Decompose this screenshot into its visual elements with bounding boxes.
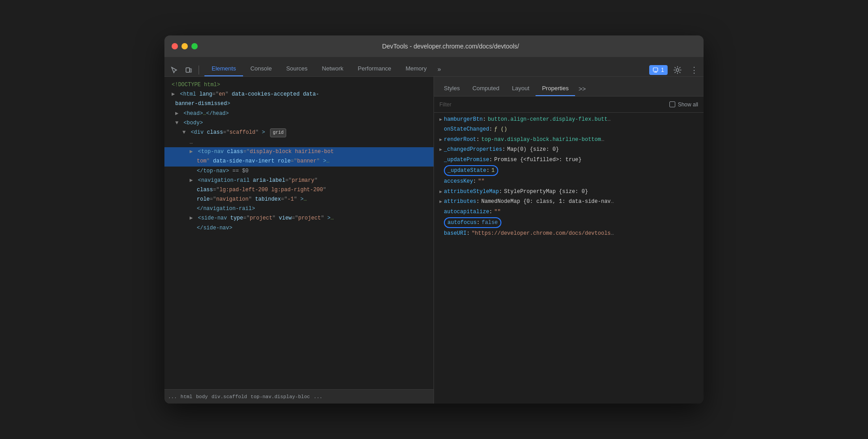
prop-autocapitalize[interactable]: ▶ autocapitalize : "" xyxy=(434,207,704,217)
tab-layout[interactable]: Layout xyxy=(505,81,536,96)
autofocus-highlight: autofocus : false xyxy=(444,217,501,228)
prop-value: 1 xyxy=(492,166,495,175)
main-area: <!DOCTYPE html> ▶ <html lang="en" data-c… xyxy=(164,77,704,404)
tab-performance[interactable]: Performance xyxy=(350,61,398,76)
prop-name: autocapitalize xyxy=(444,207,489,216)
show-all-area: Show all xyxy=(669,101,698,108)
head-collapsed[interactable]: ▶ <head>…</head> xyxy=(164,109,434,119)
prop-attr-style-map[interactable]: ▶ attributeStyleMap : StylePropertyMap {… xyxy=(434,187,704,197)
expand-icon[interactable]: ▶ xyxy=(439,188,442,196)
update-state-highlight: _updateState : 1 xyxy=(444,165,498,176)
prop-value: "" xyxy=(494,207,500,216)
tab-bar: Elements Console Sources Network Perform… xyxy=(164,57,704,77)
breadcrumb-more[interactable]: ... xyxy=(312,394,324,399)
prop-name: attributeStyleMap xyxy=(444,187,499,196)
prop-value: ƒ () xyxy=(494,125,507,134)
svg-point-3 xyxy=(676,69,679,71)
nav-rail-line3: role="navigation" tabindex="-1" >… xyxy=(164,195,434,204)
prop-name: hamburgerBtn xyxy=(444,115,483,124)
prop-name: accessKey xyxy=(444,177,473,186)
nav-rail-line1[interactable]: ▶ <navigation-rail aria-label="primary" xyxy=(164,176,434,185)
prop-value: NamedNodeMap {0: class, 1: data-side-nav… xyxy=(481,197,614,206)
tab-separator xyxy=(199,66,199,75)
elements-panel: <!DOCTYPE html> ▶ <html lang="en" data-c… xyxy=(164,77,434,404)
prop-value: button.align-center.display-flex.butt… xyxy=(488,115,611,124)
prop-render-root[interactable]: ▶ renderRoot : top-nav.display-block.hai… xyxy=(434,135,704,145)
more-options-icon[interactable]: ⋮ xyxy=(687,64,700,76)
tab-console[interactable]: Console xyxy=(243,61,279,76)
title-bar: DevTools - developer.chrome.com/docs/dev… xyxy=(164,35,704,57)
breadcrumb-html[interactable]: html xyxy=(179,394,194,399)
prop-name: _changedProperties xyxy=(444,145,502,154)
properties-content[interactable]: ▶ hamburgerBtn : button.align-center.dis… xyxy=(434,113,704,404)
side-nav-close: </side-nav> xyxy=(164,224,434,233)
prop-name: _updatePromise xyxy=(444,155,489,164)
tab-network[interactable]: Network xyxy=(315,61,351,76)
tab-elements[interactable]: Elements xyxy=(204,61,243,76)
tab-memory[interactable]: Memory xyxy=(399,61,434,76)
nav-rail-line2: class="lg:pad-left-200 lg:pad-right-200" xyxy=(164,185,434,195)
breadcrumb-body[interactable]: body xyxy=(194,394,209,399)
prop-access-key[interactable]: ▶ accessKey : "" xyxy=(434,176,704,186)
show-all-checkbox[interactable] xyxy=(669,101,675,107)
filter-bar: Show all xyxy=(434,97,704,113)
expand-icon[interactable]: ▶ xyxy=(439,116,442,123)
properties-panel: Styles Computed Layout Properties >> Sho… xyxy=(434,77,704,404)
tab-properties[interactable]: Properties xyxy=(536,81,575,96)
top-nav-line1[interactable]: ▶ <top-nav class="display-block hairline… xyxy=(164,147,434,157)
breadcrumb: ... html body div.scaffold top-nav.displ… xyxy=(164,389,434,404)
expand-icon[interactable]: ▶ xyxy=(439,146,442,154)
tab-sources[interactable]: Sources xyxy=(279,61,315,76)
right-tab-more[interactable]: >> xyxy=(575,82,589,96)
prop-changed-props[interactable]: ▶ _changedProperties : Map(0) {size: 0} xyxy=(434,145,704,154)
prop-name: baseURI xyxy=(444,229,466,238)
prop-value: top-nav.display-block.hairline-bottom… xyxy=(481,135,604,144)
expand-icon[interactable]: ▶ xyxy=(439,198,442,206)
prop-on-state-changed[interactable]: ▶ onStateChanged : ƒ () xyxy=(434,124,704,134)
maximize-button[interactable] xyxy=(191,43,198,49)
prop-name: autofocus xyxy=(447,218,477,227)
notification-badge[interactable]: 1 xyxy=(649,65,668,75)
doctype-line: <!DOCTYPE html> xyxy=(164,80,434,90)
body-open[interactable]: ▼ <body> xyxy=(164,119,434,128)
prop-autofocus[interactable]: ▶ autofocus : false xyxy=(434,217,704,228)
html-open-line[interactable]: ▶ <html lang="en" data-cookies-accepted … xyxy=(164,90,434,99)
prop-name: renderRoot xyxy=(444,135,476,144)
prop-value: StylePropertyMap {size: 0} xyxy=(504,187,588,196)
prop-value: Promise {<fulfilled>: true} xyxy=(494,155,581,164)
inspect-icon[interactable] xyxy=(168,64,181,76)
right-tab-bar: Styles Computed Layout Properties >> xyxy=(434,77,704,97)
div-scaffold[interactable]: ▼ <div class="scaffold" > grid xyxy=(164,128,434,138)
more-tabs-button[interactable]: » xyxy=(434,62,445,76)
filter-input[interactable] xyxy=(439,101,669,108)
top-nav-close: </top-nav> == $0 xyxy=(164,167,434,176)
close-button[interactable] xyxy=(172,43,178,49)
prop-value: false xyxy=(482,218,498,227)
html-attr-cont: banner-dismissed> xyxy=(164,99,434,109)
elements-tree[interactable]: <!DOCTYPE html> ▶ <html lang="en" data-c… xyxy=(164,77,434,389)
prop-name: _updateState xyxy=(447,166,486,175)
prop-attributes[interactable]: ▶ attributes : NamedNodeMap {0: class, 1… xyxy=(434,197,704,206)
minimize-button[interactable] xyxy=(182,43,188,49)
prop-update-promise[interactable]: ▶ _updatePromise : Promise {<fulfilled>:… xyxy=(434,155,704,165)
prop-base-uri[interactable]: ▶ baseURI : "https://developer.chrome.co… xyxy=(434,228,704,238)
devtools-window: DevTools - developer.chrome.com/docs/dev… xyxy=(164,35,704,404)
breadcrumb-div-scaffold[interactable]: div.scaffold xyxy=(210,394,249,399)
prop-name: attributes xyxy=(444,197,476,206)
side-nav-line[interactable]: ▶ <side-nav type="project" view="project… xyxy=(164,214,434,223)
devtools-panel: Elements Console Sources Network Perform… xyxy=(164,57,704,404)
device-toggle-icon[interactable] xyxy=(182,64,195,76)
breadcrumb-top-nav[interactable]: top-nav.display-bloc xyxy=(249,394,312,399)
window-title: DevTools - developer.chrome.com/docs/dev… xyxy=(205,43,696,50)
prop-hamburger-btn[interactable]: ▶ hamburgerBtn : button.align-center.dis… xyxy=(434,114,704,124)
expand-icon[interactable]: ▶ xyxy=(439,136,442,144)
main-tabs: Elements Console Sources Network Perform… xyxy=(204,61,444,76)
svg-rect-2 xyxy=(653,68,658,71)
prop-update-state[interactable]: ▶ _updateState : 1 xyxy=(434,165,704,176)
settings-icon[interactable] xyxy=(671,64,684,76)
breadcrumb-dots[interactable]: ... xyxy=(168,394,177,399)
tab-styles[interactable]: Styles xyxy=(438,81,466,96)
tab-computed[interactable]: Computed xyxy=(466,81,505,96)
top-nav-line2: tom" data-side-nav-inert role="banner" >… xyxy=(164,157,434,166)
tab-bar-tools xyxy=(168,64,201,76)
